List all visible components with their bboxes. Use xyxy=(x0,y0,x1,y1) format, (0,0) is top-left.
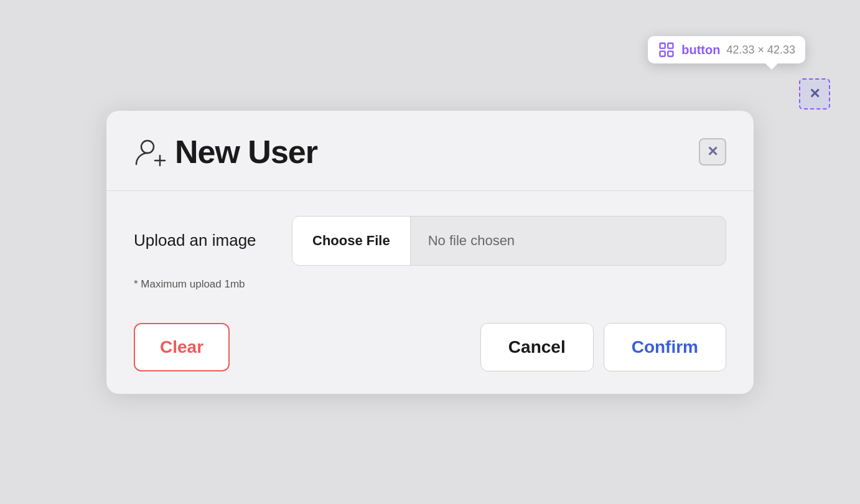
file-input-wrapper: Choose File No file chosen xyxy=(292,216,726,266)
element-tooltip: button 42.33 × 42.33 xyxy=(648,36,805,63)
modal-header: New User ✕ xyxy=(106,111,754,191)
grid-icon xyxy=(658,41,675,58)
close-icon: ✕ xyxy=(707,145,718,159)
modal-title-area: New User xyxy=(134,133,317,170)
svg-rect-1 xyxy=(668,44,673,49)
close-x-highlight-icon: ✕ xyxy=(809,86,820,102)
modal-footer: Clear Cancel Confirm xyxy=(106,310,754,394)
new-user-modal: New User ✕ Upload an image Choose File N… xyxy=(106,111,754,394)
svg-rect-3 xyxy=(668,51,673,56)
cancel-button[interactable]: Cancel xyxy=(480,323,594,371)
tooltip-type-label: button xyxy=(681,43,720,57)
modal-title: New User xyxy=(175,133,317,170)
modal-body: Upload an image Choose File No file chos… xyxy=(106,191,754,310)
tooltip-dimensions: 42.33 × 42.33 xyxy=(726,44,795,57)
no-file-text: No file chosen xyxy=(411,233,726,249)
max-upload-note: * Maximum upload 1mb xyxy=(134,278,726,291)
upload-row: Upload an image Choose File No file chos… xyxy=(134,216,726,266)
choose-file-button[interactable]: Choose File xyxy=(292,217,411,265)
svg-rect-0 xyxy=(660,44,665,49)
close-button-highlighted[interactable]: ✕ xyxy=(799,78,830,110)
upload-label: Upload an image xyxy=(134,231,277,250)
close-button[interactable]: ✕ xyxy=(699,138,726,166)
clear-button[interactable]: Clear xyxy=(134,323,230,371)
user-plus-icon xyxy=(134,136,166,168)
svg-point-4 xyxy=(141,141,154,153)
svg-rect-2 xyxy=(660,51,665,56)
confirm-button[interactable]: Confirm xyxy=(604,323,726,371)
